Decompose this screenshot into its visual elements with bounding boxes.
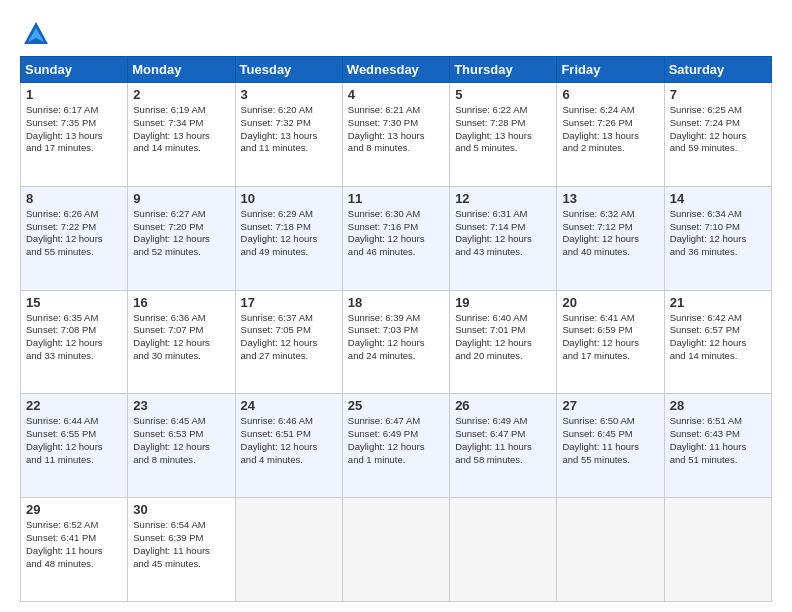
day-number: 26	[455, 398, 551, 413]
calendar-cell: 21Sunrise: 6:42 AM Sunset: 6:57 PM Dayli…	[664, 290, 771, 394]
day-number: 28	[670, 398, 766, 413]
day-info: Sunrise: 6:42 AM Sunset: 6:57 PM Dayligh…	[670, 312, 766, 363]
weekday-header-monday: Monday	[128, 57, 235, 83]
day-number: 17	[241, 295, 337, 310]
day-info: Sunrise: 6:21 AM Sunset: 7:30 PM Dayligh…	[348, 104, 444, 155]
calendar-body: 1Sunrise: 6:17 AM Sunset: 7:35 PM Daylig…	[21, 83, 772, 602]
calendar-cell: 2Sunrise: 6:19 AM Sunset: 7:34 PM Daylig…	[128, 83, 235, 187]
calendar-cell: 15Sunrise: 6:35 AM Sunset: 7:08 PM Dayli…	[21, 290, 128, 394]
calendar-cell	[450, 498, 557, 602]
day-number: 7	[670, 87, 766, 102]
weekday-header-tuesday: Tuesday	[235, 57, 342, 83]
day-number: 25	[348, 398, 444, 413]
day-info: Sunrise: 6:40 AM Sunset: 7:01 PM Dayligh…	[455, 312, 551, 363]
day-number: 22	[26, 398, 122, 413]
day-info: Sunrise: 6:52 AM Sunset: 6:41 PM Dayligh…	[26, 519, 122, 570]
day-number: 2	[133, 87, 229, 102]
day-info: Sunrise: 6:20 AM Sunset: 7:32 PM Dayligh…	[241, 104, 337, 155]
calendar-cell: 26Sunrise: 6:49 AM Sunset: 6:47 PM Dayli…	[450, 394, 557, 498]
page-header	[20, 16, 772, 48]
day-info: Sunrise: 6:26 AM Sunset: 7:22 PM Dayligh…	[26, 208, 122, 259]
day-info: Sunrise: 6:51 AM Sunset: 6:43 PM Dayligh…	[670, 415, 766, 466]
calendar-cell: 3Sunrise: 6:20 AM Sunset: 7:32 PM Daylig…	[235, 83, 342, 187]
calendar-cell: 6Sunrise: 6:24 AM Sunset: 7:26 PM Daylig…	[557, 83, 664, 187]
calendar-cell	[342, 498, 449, 602]
calendar-week-3: 15Sunrise: 6:35 AM Sunset: 7:08 PM Dayli…	[21, 290, 772, 394]
day-number: 30	[133, 502, 229, 517]
weekday-header-wednesday: Wednesday	[342, 57, 449, 83]
day-info: Sunrise: 6:17 AM Sunset: 7:35 PM Dayligh…	[26, 104, 122, 155]
day-info: Sunrise: 6:32 AM Sunset: 7:12 PM Dayligh…	[562, 208, 658, 259]
weekday-header-saturday: Saturday	[664, 57, 771, 83]
day-number: 4	[348, 87, 444, 102]
calendar-cell: 20Sunrise: 6:41 AM Sunset: 6:59 PM Dayli…	[557, 290, 664, 394]
logo-icon	[22, 20, 50, 48]
day-info: Sunrise: 6:19 AM Sunset: 7:34 PM Dayligh…	[133, 104, 229, 155]
calendar-cell: 30Sunrise: 6:54 AM Sunset: 6:39 PM Dayli…	[128, 498, 235, 602]
day-info: Sunrise: 6:54 AM Sunset: 6:39 PM Dayligh…	[133, 519, 229, 570]
day-number: 19	[455, 295, 551, 310]
day-number: 18	[348, 295, 444, 310]
calendar-week-1: 1Sunrise: 6:17 AM Sunset: 7:35 PM Daylig…	[21, 83, 772, 187]
calendar-cell: 28Sunrise: 6:51 AM Sunset: 6:43 PM Dayli…	[664, 394, 771, 498]
calendar-cell: 24Sunrise: 6:46 AM Sunset: 6:51 PM Dayli…	[235, 394, 342, 498]
calendar-table: SundayMondayTuesdayWednesdayThursdayFrid…	[20, 56, 772, 602]
day-number: 9	[133, 191, 229, 206]
day-number: 20	[562, 295, 658, 310]
calendar-cell: 10Sunrise: 6:29 AM Sunset: 7:18 PM Dayli…	[235, 186, 342, 290]
weekday-header-friday: Friday	[557, 57, 664, 83]
calendar-cell: 27Sunrise: 6:50 AM Sunset: 6:45 PM Dayli…	[557, 394, 664, 498]
day-number: 12	[455, 191, 551, 206]
day-number: 23	[133, 398, 229, 413]
calendar-cell	[235, 498, 342, 602]
day-number: 8	[26, 191, 122, 206]
day-number: 24	[241, 398, 337, 413]
day-number: 16	[133, 295, 229, 310]
calendar-cell: 23Sunrise: 6:45 AM Sunset: 6:53 PM Dayli…	[128, 394, 235, 498]
calendar-cell: 4Sunrise: 6:21 AM Sunset: 7:30 PM Daylig…	[342, 83, 449, 187]
calendar-cell: 11Sunrise: 6:30 AM Sunset: 7:16 PM Dayli…	[342, 186, 449, 290]
calendar-cell	[557, 498, 664, 602]
day-info: Sunrise: 6:47 AM Sunset: 6:49 PM Dayligh…	[348, 415, 444, 466]
day-info: Sunrise: 6:45 AM Sunset: 6:53 PM Dayligh…	[133, 415, 229, 466]
day-info: Sunrise: 6:24 AM Sunset: 7:26 PM Dayligh…	[562, 104, 658, 155]
calendar-cell: 8Sunrise: 6:26 AM Sunset: 7:22 PM Daylig…	[21, 186, 128, 290]
calendar-cell: 12Sunrise: 6:31 AM Sunset: 7:14 PM Dayli…	[450, 186, 557, 290]
day-info: Sunrise: 6:50 AM Sunset: 6:45 PM Dayligh…	[562, 415, 658, 466]
calendar-cell	[664, 498, 771, 602]
calendar-cell: 14Sunrise: 6:34 AM Sunset: 7:10 PM Dayli…	[664, 186, 771, 290]
day-info: Sunrise: 6:34 AM Sunset: 7:10 PM Dayligh…	[670, 208, 766, 259]
day-number: 11	[348, 191, 444, 206]
calendar-week-2: 8Sunrise: 6:26 AM Sunset: 7:22 PM Daylig…	[21, 186, 772, 290]
day-info: Sunrise: 6:46 AM Sunset: 6:51 PM Dayligh…	[241, 415, 337, 466]
day-info: Sunrise: 6:44 AM Sunset: 6:55 PM Dayligh…	[26, 415, 122, 466]
calendar-cell: 29Sunrise: 6:52 AM Sunset: 6:41 PM Dayli…	[21, 498, 128, 602]
day-info: Sunrise: 6:25 AM Sunset: 7:24 PM Dayligh…	[670, 104, 766, 155]
day-number: 29	[26, 502, 122, 517]
calendar-cell: 16Sunrise: 6:36 AM Sunset: 7:07 PM Dayli…	[128, 290, 235, 394]
day-number: 10	[241, 191, 337, 206]
calendar-cell: 17Sunrise: 6:37 AM Sunset: 7:05 PM Dayli…	[235, 290, 342, 394]
day-info: Sunrise: 6:35 AM Sunset: 7:08 PM Dayligh…	[26, 312, 122, 363]
calendar-cell: 22Sunrise: 6:44 AM Sunset: 6:55 PM Dayli…	[21, 394, 128, 498]
day-number: 13	[562, 191, 658, 206]
day-number: 21	[670, 295, 766, 310]
weekday-header-row: SundayMondayTuesdayWednesdayThursdayFrid…	[21, 57, 772, 83]
calendar-cell: 18Sunrise: 6:39 AM Sunset: 7:03 PM Dayli…	[342, 290, 449, 394]
day-info: Sunrise: 6:49 AM Sunset: 6:47 PM Dayligh…	[455, 415, 551, 466]
calendar-week-4: 22Sunrise: 6:44 AM Sunset: 6:55 PM Dayli…	[21, 394, 772, 498]
day-number: 27	[562, 398, 658, 413]
calendar-week-5: 29Sunrise: 6:52 AM Sunset: 6:41 PM Dayli…	[21, 498, 772, 602]
calendar-cell: 1Sunrise: 6:17 AM Sunset: 7:35 PM Daylig…	[21, 83, 128, 187]
weekday-header-sunday: Sunday	[21, 57, 128, 83]
day-info: Sunrise: 6:39 AM Sunset: 7:03 PM Dayligh…	[348, 312, 444, 363]
day-number: 1	[26, 87, 122, 102]
day-info: Sunrise: 6:31 AM Sunset: 7:14 PM Dayligh…	[455, 208, 551, 259]
weekday-header-thursday: Thursday	[450, 57, 557, 83]
day-number: 15	[26, 295, 122, 310]
day-number: 14	[670, 191, 766, 206]
day-info: Sunrise: 6:27 AM Sunset: 7:20 PM Dayligh…	[133, 208, 229, 259]
calendar-cell: 5Sunrise: 6:22 AM Sunset: 7:28 PM Daylig…	[450, 83, 557, 187]
day-number: 6	[562, 87, 658, 102]
day-number: 5	[455, 87, 551, 102]
